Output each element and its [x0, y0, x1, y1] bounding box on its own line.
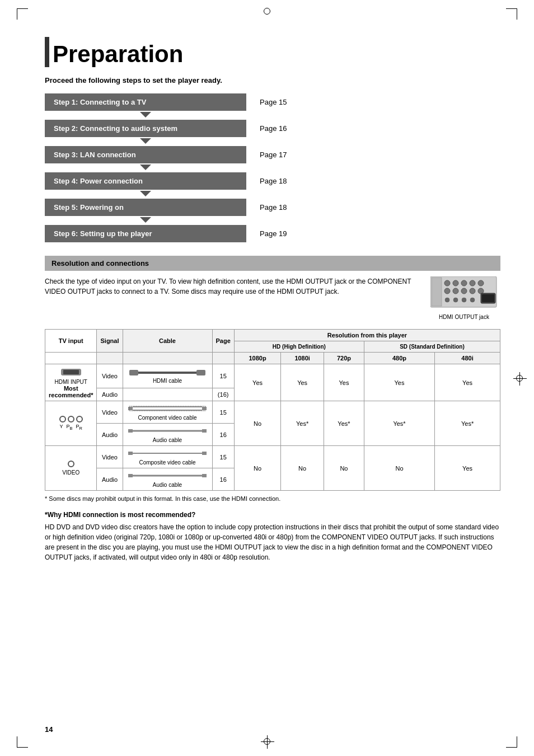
- composite-1080i: No: [281, 446, 324, 491]
- hdmi-jack-svg: [430, 276, 498, 310]
- composite-circle-row: [49, 461, 93, 467]
- why-hdmi-text: HD DVD and DVD video disc creators have …: [45, 522, 500, 562]
- step-4-button[interactable]: Step 4: Power connection: [45, 172, 246, 190]
- arrow-down-3: [140, 165, 151, 170]
- hdmi-480p: Yes: [364, 364, 434, 401]
- svg-rect-33: [202, 452, 207, 455]
- step-3-arrow: [45, 165, 246, 170]
- component-audio-cable: Audio cable: [123, 424, 212, 446]
- component-1080p: No: [234, 401, 281, 446]
- svg-point-14: [445, 298, 449, 302]
- page-number: 14: [45, 725, 53, 734]
- hdmi-input-label: HDMI INPUT: [49, 379, 93, 385]
- svg-point-9: [461, 288, 467, 294]
- step-6-wrapper: Step 6: Setting up the player Page 19: [45, 225, 500, 242]
- step-5-page: Page 18: [260, 203, 287, 212]
- hdmi-video-page: 15: [212, 364, 234, 388]
- col-tv-input-label: [45, 353, 97, 364]
- svg-point-15: [453, 298, 458, 302]
- step-6-page: Page 19: [260, 229, 287, 238]
- table-header-row-3: 1080p 1080i 720p 480p 480i: [45, 353, 500, 364]
- svg-point-7: [444, 288, 450, 294]
- component-1080i: Yes*: [281, 401, 324, 446]
- arrow-down-1: [140, 112, 151, 118]
- svg-rect-31: [128, 452, 133, 455]
- col-page-label: [212, 353, 234, 364]
- step-2-row: Step 2: Connecting to audio system Page …: [45, 120, 500, 137]
- hdmi-audio-signal: Audio: [97, 388, 123, 401]
- svg-rect-20: [129, 370, 138, 375]
- resolution-description: Check the type of video input on your TV…: [45, 276, 419, 297]
- table-row-composite-video: VIDEO Video Composite video cable 15 No …: [45, 446, 500, 468]
- svg-rect-13: [482, 294, 494, 302]
- component-circle-y: [59, 416, 66, 422]
- tv-input-hdmi: HDMI INPUT Mostrecommended*: [45, 364, 97, 401]
- step-6-row: Step 6: Setting up the player Page 19: [45, 225, 500, 242]
- hdmi-cable-draw: [127, 368, 209, 378]
- resolution-section: Resolution and connections Check the typ…: [45, 256, 500, 562]
- title-text: Preparation: [53, 41, 183, 68]
- hdmi-video-cable: HDMI cable: [123, 364, 212, 388]
- svg-point-5: [470, 280, 475, 286]
- resolution-header: Resolution and connections: [45, 256, 500, 271]
- step-2-wrapper: Step 2: Connecting to audio system Page …: [45, 120, 500, 144]
- svg-rect-36: [202, 474, 207, 477]
- component-480i: Yes*: [435, 401, 500, 446]
- composite-audio-cable-svg: [128, 471, 207, 481]
- svg-rect-1: [432, 278, 442, 306]
- composite-audio-page: 16: [212, 468, 234, 491]
- svg-rect-19: [63, 370, 79, 374]
- col-hd-header: HD (High Definition): [234, 341, 364, 353]
- svg-point-16: [462, 298, 466, 302]
- col-page: Page: [212, 330, 234, 353]
- hdmi-1080i: Yes: [281, 364, 324, 401]
- step-5-button[interactable]: Step 5: Powering on: [45, 199, 246, 216]
- page-title: Preparation: [45, 39, 500, 69]
- hdmi-480i: Yes: [435, 364, 500, 401]
- component-720p: Yes*: [324, 401, 364, 446]
- table-row-component-video: Y PB PR Video: [45, 401, 500, 424]
- hdmi-1080p: Yes: [234, 364, 281, 401]
- title-accent: [45, 37, 49, 67]
- svg-point-8: [453, 288, 458, 294]
- resolution-body: Check the type of video input on your TV…: [45, 276, 500, 320]
- col-720p: 720p: [324, 353, 364, 364]
- corner-mark-br: [506, 736, 517, 748]
- component-video-cable-svg: [128, 403, 207, 414]
- col-sd-header: SD (Standard Definition): [364, 341, 500, 353]
- step-3-page: Page 17: [260, 151, 287, 159]
- composite-480p: No: [364, 446, 434, 491]
- step-1-row: Step 1: Connecting to a TV Page 15: [45, 93, 500, 111]
- component-audio-cable-svg: [128, 426, 207, 436]
- composite-video-page: 15: [212, 446, 234, 468]
- hdmi-audio-cable: [123, 388, 212, 401]
- col-480p: 480p: [364, 353, 434, 364]
- step-1-button[interactable]: Step 1: Connecting to a TV: [45, 93, 246, 111]
- crosshair-top: [264, 8, 270, 15]
- step-4-row: Step 4: Power connection Page 18: [45, 172, 500, 190]
- composite-video-cable: Composite video cable: [123, 446, 212, 468]
- component-circle-pr: [76, 416, 83, 422]
- composite-video-cable-label: Composite video cable: [127, 459, 209, 466]
- step-2-arrow: [45, 138, 246, 144]
- component-circle-pb: [68, 416, 74, 422]
- step-5-arrow: [45, 217, 246, 223]
- hdmi-cable-label: HDMI cable: [127, 378, 209, 384]
- composite-480i: Yes: [435, 446, 500, 491]
- composite-audio-signal: Audio: [97, 468, 123, 491]
- component-audio-cable-label: Audio cable: [127, 437, 209, 443]
- arrow-down-4: [140, 191, 151, 196]
- step-3-row: Step 3: LAN connection Page 17: [45, 146, 500, 163]
- most-recommended-label: Mostrecommended*: [49, 385, 93, 398]
- step-2-button[interactable]: Step 2: Connecting to audio system: [45, 120, 246, 137]
- composite-720p: No: [324, 446, 364, 491]
- composite-circle: [68, 461, 74, 467]
- step-3-wrapper: Step 3: LAN connection Page 17: [45, 146, 500, 170]
- hdmi-jack-label: HDMI OUTPUT jack: [428, 314, 500, 320]
- table-row-hdmi-video: HDMI INPUT Mostrecommended* Video HDM: [45, 364, 500, 388]
- step-3-button[interactable]: Step 3: LAN connection: [45, 146, 246, 163]
- svg-point-2: [444, 280, 450, 286]
- component-audio-page: 16: [212, 424, 234, 446]
- step-6-button[interactable]: Step 6: Setting up the player: [45, 225, 246, 242]
- corner-mark-bl: [17, 736, 28, 748]
